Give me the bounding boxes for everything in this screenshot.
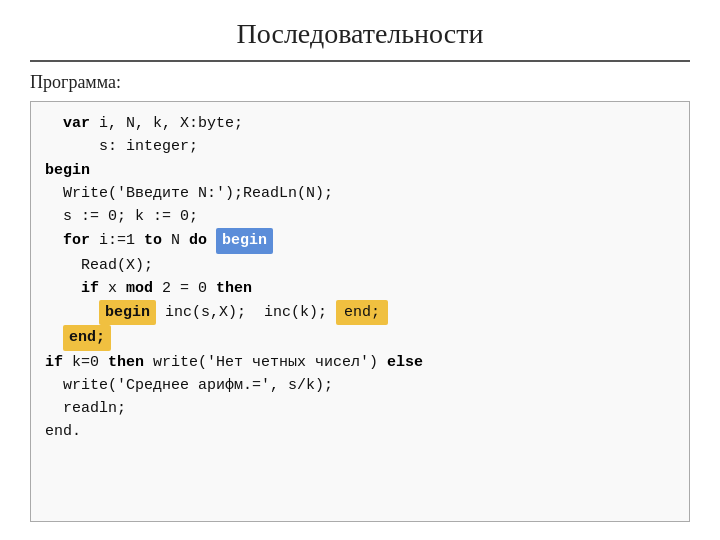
- code-line-7: Read(X);: [45, 254, 675, 277]
- code-line-4: Write('Введите N:');ReadLn(N);: [45, 182, 675, 205]
- kw-then: then: [216, 280, 252, 297]
- code-line-2: s: integer;: [45, 135, 675, 158]
- code-line-10: end;: [45, 325, 675, 350]
- code-line-11: if k=0 then write('Нет четных чисел') el…: [45, 351, 675, 374]
- program-label: Программа:: [30, 72, 690, 93]
- code-line-8: if x mod 2 = 0 then: [45, 277, 675, 300]
- kw-for: for: [63, 232, 90, 249]
- kw-then2: then: [108, 354, 144, 371]
- code-box: var i, N, k, X:byte; s: integer; begin W…: [30, 101, 690, 522]
- highlight-end-if: end;: [336, 300, 388, 325]
- kw-to: to: [144, 232, 162, 249]
- kw-if: if: [81, 280, 99, 297]
- kw-do: do: [189, 232, 207, 249]
- page: Последовательности Программа: var i, N, …: [0, 0, 720, 540]
- kw-else: else: [387, 354, 423, 371]
- kw-var: var: [63, 115, 90, 132]
- code-line-3: begin: [45, 159, 675, 182]
- code-line-5: s := 0; k := 0;: [45, 205, 675, 228]
- code-line-1: var i, N, k, X:byte;: [45, 112, 675, 135]
- title-divider: [30, 60, 690, 62]
- code-line-13: readln;: [45, 397, 675, 420]
- kw-begin-main: begin: [45, 162, 90, 179]
- highlight-begin-for: begin: [216, 228, 273, 253]
- highlight-end-for: end;: [63, 325, 111, 350]
- program-label-text: Программа:: [30, 72, 121, 92]
- kw-mod: mod: [126, 280, 153, 297]
- page-title: Последовательности: [30, 18, 690, 50]
- code-line-12: write('Среднее арифм.=', s/k);: [45, 374, 675, 397]
- code-line-14: end.: [45, 420, 675, 443]
- code-line-9: begin inc(s,X); inc(k); end;: [45, 300, 675, 325]
- kw-if2: if: [45, 354, 63, 371]
- highlight-begin-if: begin: [99, 300, 156, 325]
- code-line-6: for i:=1 to N do begin: [45, 228, 675, 253]
